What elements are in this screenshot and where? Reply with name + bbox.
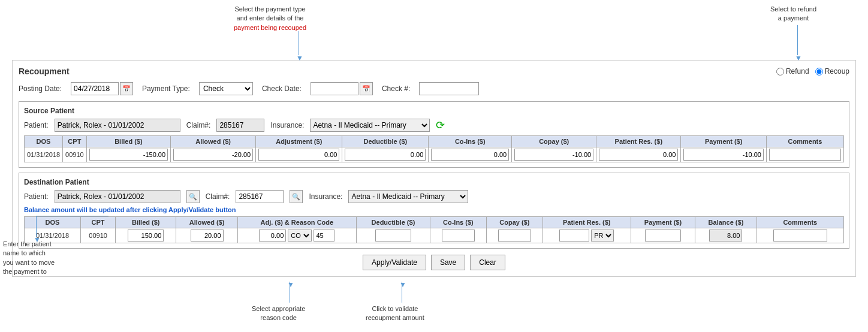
balance-note: Balance amount will be updated after cli… [24, 206, 844, 213]
radio-recoup-option[interactable]: Recoup [815, 67, 849, 76]
dest-row-patient-res-type[interactable]: PR CO OA [591, 230, 614, 242]
posting-date-input[interactable]: 04/27/2018 [71, 82, 119, 95]
dest-col-deductible: Deductible ($) [357, 217, 430, 228]
page-wrapper: Select the payment type and enter detail… [0, 0, 868, 332]
panel-header: Recoupment Refund Recoup [19, 67, 849, 76]
dest-row-reason-code[interactable] [314, 230, 334, 242]
radio-refund-option[interactable]: Refund [776, 67, 809, 76]
dest-row-comments[interactable] [773, 230, 827, 242]
dest-claim-input[interactable] [236, 190, 284, 203]
source-patient-row: Patient: Claim#: Insurance: Aetna - Il M… [24, 119, 844, 132]
source-refresh-icon[interactable]: ⟳ [436, 119, 445, 132]
source-col-allowed: Allowed ($) [171, 136, 256, 147]
header-form-row: Posting Date: 04/27/2018 📅 Payment Type:… [19, 82, 849, 95]
dest-row-balance [709, 230, 742, 242]
dest-claim-label: Claim#: [206, 192, 230, 201]
check-date-calendar-btn[interactable]: 📅 [360, 82, 373, 95]
recoup-radio[interactable] [815, 68, 823, 76]
source-claim-input [216, 119, 264, 132]
source-row-deductible[interactable] [345, 149, 426, 161]
dest-row-patient-res-amount[interactable] [559, 230, 589, 242]
check-num-input[interactable] [419, 82, 479, 95]
dest-patient-row: Patient: 🔍 Claim#: 🔍 Insurance: Aetna - … [24, 190, 844, 203]
source-insurance-label: Insurance: [270, 121, 304, 129]
dest-patient-search-btn[interactable]: 🔍 [186, 190, 200, 203]
source-patient-title: Source Patient [24, 107, 844, 115]
source-col-billed: Billed ($) [86, 136, 170, 147]
dest-row-deductible[interactable] [375, 230, 411, 242]
annotation-arrow-top-center [299, 31, 299, 55]
source-col-deductible: Deductible ($) [342, 136, 429, 147]
payment-type-select[interactable]: Check EFT Cash Credit Card [199, 82, 253, 95]
source-row-adjustment[interactable] [258, 149, 339, 161]
panel-title: Recoupment [19, 67, 70, 76]
dest-row-coins[interactable] [442, 230, 475, 242]
dest-row-adj-amount[interactable] [259, 230, 286, 242]
dest-col-billed: Billed ($) [116, 217, 176, 228]
save-button[interactable]: Save [431, 255, 465, 270]
annotation-left: Enter the patient name to which you want… [3, 240, 72, 277]
annotation-top-center: Select the payment type and enter detail… [234, 5, 306, 32]
clear-button[interactable]: Clear [470, 255, 505, 270]
source-col-comments: Comments [766, 136, 843, 147]
dest-insurance-label: Insurance: [309, 192, 342, 201]
posting-date-calendar-btn[interactable]: 📅 [120, 82, 133, 95]
dest-insurance-select[interactable]: Aetna - Il Medicaid -- Primary Other [348, 190, 468, 203]
check-date-label: Check Date: [262, 84, 302, 93]
source-table-row: 01/31/2018 00910 [25, 147, 844, 162]
annotation-arrow-left-h [37, 216, 108, 216]
source-row-copay[interactable] [514, 149, 593, 161]
source-col-coins: Co-Ins ($) [429, 136, 512, 147]
dest-patient-input[interactable] [55, 190, 180, 203]
check-date-wrapper: 📅 [311, 82, 373, 95]
dest-row-payment[interactable] [645, 230, 681, 242]
dest-col-dos: DOS [25, 217, 81, 228]
source-row-coins[interactable] [431, 149, 509, 161]
source-patient-input [55, 119, 180, 132]
source-row-allowed[interactable] [173, 149, 253, 161]
source-patient-section: Source Patient Patient: Claim#: Insuranc… [19, 101, 849, 168]
source-row-comments[interactable] [769, 149, 841, 161]
dest-col-allowed: Allowed ($) [176, 217, 237, 228]
refund-label: Refund [786, 67, 809, 76]
dest-row-allowed[interactable] [191, 230, 224, 242]
annotation-bottom-center2: Click to validate recoupment amount [366, 304, 424, 323]
source-row-patient-res[interactable] [599, 149, 678, 161]
posting-date-wrapper: 04/27/2018 📅 [71, 82, 133, 95]
source-row-payment[interactable] [683, 149, 763, 161]
recoupment-panel: Recoupment Refund Recoup Posting Date: 0… [12, 60, 856, 277]
source-col-patient-res: Patient Res. ($) [596, 136, 681, 147]
annotation-top-right: Select to refund a payment [770, 5, 816, 23]
source-row-dos: 01/31/2018 [25, 147, 63, 162]
annotation-bottom-center1: Select appropriate reason code [252, 304, 305, 323]
source-col-payment: Payment ($) [681, 136, 766, 147]
dest-col-comments: Comments [757, 217, 843, 228]
dest-row-adj-type-select[interactable]: CO PR OA PI [288, 230, 312, 242]
destination-patient-section: Destination Patient Patient: 🔍 Claim#: 🔍… [19, 173, 849, 249]
dest-patient-label: Patient: [24, 192, 49, 201]
dest-col-coins: Co-Ins ($) [430, 217, 486, 228]
dest-col-copay: Copay ($) [486, 217, 542, 228]
check-num-label: Check #: [382, 84, 410, 93]
dest-row-billed[interactable] [128, 230, 164, 242]
check-date-input[interactable] [311, 82, 358, 95]
annotation-arrow-left-v [36, 216, 37, 237]
source-row-billed[interactable] [89, 149, 168, 161]
source-insurance-select[interactable]: Aetna - Il Medicaid -- Primary Other [310, 119, 430, 132]
source-patient-label: Patient: [24, 121, 49, 129]
annotation-arrow-top-right [797, 25, 798, 55]
source-col-cpt: CPT [63, 136, 87, 147]
payment-type-label: Payment Type: [142, 84, 190, 93]
posting-date-label: Posting Date: [19, 84, 62, 93]
refund-radio[interactable] [776, 68, 784, 76]
apply-validate-button[interactable]: Apply/Validate [363, 255, 426, 270]
dest-row-cpt: 00910 [81, 228, 116, 243]
source-claim-label: Claim#: [186, 121, 211, 129]
dest-table: DOS CPT Billed ($) Allowed ($) Adj. ($) … [24, 216, 844, 243]
dest-row-copay[interactable] [498, 230, 531, 242]
dest-col-payment: Payment ($) [631, 217, 695, 228]
dest-col-adj-reason: Adj. ($) & Reason Code [237, 217, 356, 228]
destination-patient-title: Destination Patient [24, 178, 844, 186]
dest-col-balance: Balance ($) [695, 217, 757, 228]
dest-claim-search-btn[interactable]: 🔍 [290, 190, 303, 203]
